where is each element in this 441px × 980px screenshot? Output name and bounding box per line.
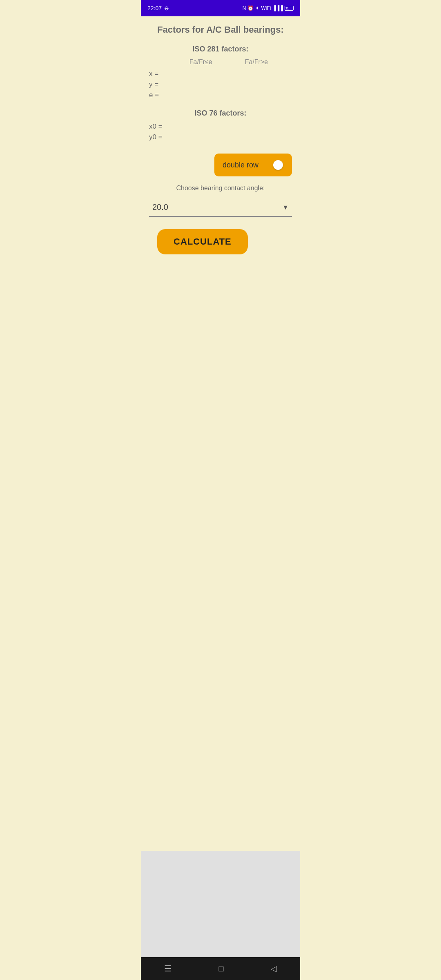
contact-angle-dropdown[interactable]: 20.0 ▼: [149, 198, 292, 217]
alarm-icon: ⏰: [247, 5, 254, 11]
y0-row: y0 =: [149, 133, 292, 141]
x0-label: x0 =: [149, 122, 174, 131]
bottom-area: [141, 851, 300, 957]
double-row-container: double row: [149, 154, 292, 176]
iso281-headers: Fa/Fr≤e Fa/Fr>e: [149, 58, 292, 66]
x-row: x =: [149, 70, 292, 78]
back-icon[interactable]: ◁: [263, 960, 285, 977]
contact-angle-label: Choose bearing contact angle:: [149, 185, 292, 192]
bluetooth-icon: ✦: [255, 5, 259, 11]
menu-icon[interactable]: ☰: [156, 960, 180, 977]
dropdown-value: 20.0: [152, 203, 168, 212]
e-row: e =: [149, 91, 292, 99]
nav-bar: ☰ □ ◁: [141, 957, 300, 980]
calculate-button[interactable]: CALCULATE: [157, 229, 248, 254]
wifi-icon: WiFi: [261, 5, 271, 11]
status-right: N ⏰ ✦ WiFi ▐▐▐ 21: [243, 5, 294, 11]
double-row-button[interactable]: double row: [214, 154, 292, 176]
y-label: y =: [149, 80, 174, 89]
col1-header: Fa/Fr≤e: [189, 58, 212, 66]
nfc-icon: N: [243, 5, 246, 11]
chevron-down-icon: ▼: [282, 204, 289, 211]
signal-icon: ▐▐▐: [272, 5, 283, 11]
e-label: e =: [149, 91, 174, 99]
y0-label: y0 =: [149, 133, 174, 141]
iso76-section: ISO 76 factors: x0 = y0 =: [149, 109, 292, 141]
iso76-title: ISO 76 factors:: [149, 109, 292, 118]
x-label: x =: [149, 70, 174, 78]
status-icon-phone: ⊖: [164, 5, 169, 11]
double-row-label: double row: [223, 161, 258, 169]
page-title: Factors for A/C Ball bearings:: [149, 24, 292, 35]
status-left: 22:07 ⊖: [147, 5, 169, 11]
battery-icon: 21: [285, 6, 294, 11]
y-row: y =: [149, 80, 292, 89]
col2-header: Fa/Fr>e: [245, 58, 268, 66]
main-content: Factors for A/C Ball bearings: ISO 281 f…: [141, 16, 300, 851]
iso281-title: ISO 281 factors:: [149, 45, 292, 53]
home-square-icon[interactable]: □: [210, 961, 232, 977]
double-row-toggle[interactable]: [263, 159, 284, 171]
x0-row: x0 =: [149, 122, 292, 131]
status-bar: 22:07 ⊖ N ⏰ ✦ WiFi ▐▐▐ 21: [141, 0, 300, 16]
toggle-knob: [273, 160, 283, 170]
status-time: 22:07: [147, 5, 162, 11]
